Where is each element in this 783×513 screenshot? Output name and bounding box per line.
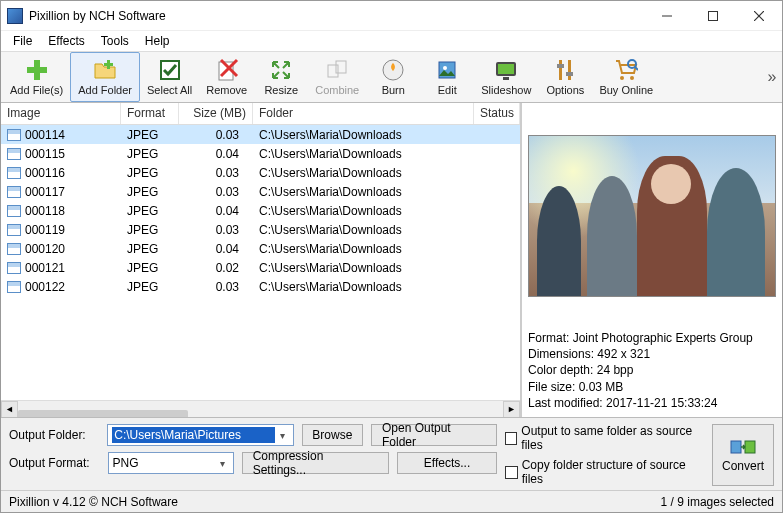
slideshow-button[interactable]: Slideshow (474, 52, 538, 102)
file-folder: C:\Users\Maria\Downloads (253, 128, 474, 142)
file-folder: C:\Users\Maria\Downloads (253, 147, 474, 161)
scrollbar-thumb[interactable] (18, 410, 188, 417)
svg-rect-19 (503, 77, 509, 80)
toolbar-overflow[interactable]: » (764, 68, 780, 86)
image-file-icon (7, 205, 21, 217)
image-file-icon (7, 186, 21, 198)
effects-button[interactable]: Effects... (397, 452, 497, 474)
burn-button[interactable]: Burn (366, 52, 420, 102)
col-format[interactable]: Format (121, 103, 179, 124)
combine-icon (325, 58, 349, 82)
scroll-left-arrow[interactable]: ◄ (1, 401, 18, 418)
preview-panel: Format: Joint Photographic Experts Group… (522, 103, 782, 417)
file-format: JPEG (121, 128, 179, 142)
buy-online-button[interactable]: Buy Online (592, 52, 660, 102)
maximize-button[interactable] (690, 1, 736, 31)
file-size: 0.03 (179, 223, 253, 237)
compression-settings-button[interactable]: Compression Settings... (242, 452, 389, 474)
remove-button[interactable]: Remove (199, 52, 254, 102)
scroll-right-arrow[interactable]: ► (503, 401, 520, 418)
image-file-icon (7, 262, 21, 274)
file-format: JPEG (121, 147, 179, 161)
horizontal-scrollbar[interactable]: ◄ ► (1, 400, 520, 417)
table-row[interactable]: 000116JPEG0.03C:\Users\Maria\Downloads (1, 163, 520, 182)
close-button[interactable] (736, 1, 782, 31)
info-format: Format: Joint Photographic Experts Group (528, 330, 776, 346)
table-row[interactable]: 000117JPEG0.03C:\Users\Maria\Downloads (1, 182, 520, 201)
file-size: 0.04 (179, 204, 253, 218)
file-format: JPEG (121, 204, 179, 218)
col-size[interactable]: Size (MB) (179, 103, 253, 124)
file-size: 0.03 (179, 166, 253, 180)
table-row[interactable]: 000120JPEG0.04C:\Users\Maria\Downloads (1, 239, 520, 258)
info-dimensions: Dimensions: 492 x 321 (528, 346, 776, 362)
resize-button[interactable]: Resize (254, 52, 308, 102)
minimize-button[interactable] (644, 1, 690, 31)
image-file-icon (7, 243, 21, 255)
convert-button[interactable]: Convert (712, 424, 774, 486)
file-size: 0.04 (179, 147, 253, 161)
svg-rect-5 (27, 67, 47, 73)
output-folder-value: C:\Users\Maria\Pictures (112, 427, 275, 443)
slideshow-icon (494, 58, 518, 82)
file-format: JPEG (121, 223, 179, 237)
status-selection: 1 / 9 images selected (661, 495, 774, 509)
output-format-combo[interactable]: PNG ▾ (108, 452, 234, 474)
open-output-folder-button[interactable]: Open Output Folder (371, 424, 497, 446)
browse-button[interactable]: Browse (302, 424, 363, 446)
svg-rect-18 (498, 64, 514, 74)
col-image[interactable]: Image (1, 103, 121, 124)
table-row[interactable]: 000115JPEG0.04C:\Users\Maria\Downloads (1, 144, 520, 163)
svg-rect-22 (557, 64, 564, 68)
burn-icon (381, 58, 405, 82)
col-folder[interactable]: Folder (253, 103, 474, 124)
remove-icon (215, 58, 239, 82)
svg-rect-21 (568, 60, 571, 80)
file-format: JPEG (121, 185, 179, 199)
file-folder: C:\Users\Maria\Downloads (253, 223, 474, 237)
output-folder-combo[interactable]: C:\Users\Maria\Pictures ▾ (107, 424, 294, 446)
col-status[interactable]: Status (474, 103, 520, 124)
table-row[interactable]: 000114JPEG0.03C:\Users\Maria\Downloads (1, 125, 520, 144)
info-color-depth: Color depth: 24 bpp (528, 362, 776, 378)
checkbox-icon (505, 466, 518, 479)
file-folder: C:\Users\Maria\Downloads (253, 166, 474, 180)
chevron-down-icon: ▾ (275, 430, 291, 441)
svg-rect-29 (745, 441, 755, 453)
image-file-icon (7, 281, 21, 293)
table-row[interactable]: 000122JPEG0.03C:\Users\Maria\Downloads (1, 277, 520, 296)
convert-icon (730, 437, 756, 457)
table-row[interactable]: 000119JPEG0.03C:\Users\Maria\Downloads (1, 220, 520, 239)
plus-icon (25, 58, 49, 82)
table-row[interactable]: 000118JPEG0.04C:\Users\Maria\Downloads (1, 201, 520, 220)
toolbar: Add File(s) Add Folder Select All Remove… (1, 51, 782, 103)
file-name: 000117 (25, 185, 65, 199)
menu-effects[interactable]: Effects (40, 32, 92, 50)
menu-tools[interactable]: Tools (93, 32, 137, 50)
file-format: JPEG (121, 166, 179, 180)
file-size: 0.03 (179, 128, 253, 142)
copy-folder-structure-checkbox[interactable]: Copy folder structure of source files (505, 458, 704, 486)
file-name: 000121 (25, 261, 65, 275)
add-files-button[interactable]: Add File(s) (3, 52, 70, 102)
cart-icon (614, 58, 638, 82)
menu-help[interactable]: Help (137, 32, 178, 50)
edit-icon (435, 58, 459, 82)
add-folder-button[interactable]: Add Folder (70, 52, 140, 102)
edit-button[interactable]: Edit (420, 52, 474, 102)
svg-rect-28 (731, 441, 741, 453)
svg-rect-23 (566, 72, 573, 76)
menu-file[interactable]: File (5, 32, 40, 50)
select-all-button[interactable]: Select All (140, 52, 199, 102)
folder-plus-icon (93, 58, 117, 82)
output-same-folder-checkbox[interactable]: Output to same folder as source files (505, 424, 704, 452)
file-name: 000122 (25, 280, 65, 294)
file-list[interactable]: 000114JPEG0.03C:\Users\Maria\Downloads00… (1, 125, 520, 400)
info-last-modified: Last modified: 2017-11-21 15:33:24 (528, 395, 776, 411)
table-row[interactable]: 000121JPEG0.02C:\Users\Maria\Downloads (1, 258, 520, 277)
info-file-size: File size: 0.03 MB (528, 379, 776, 395)
output-folder-label: Output Folder: (9, 428, 99, 442)
select-all-icon (158, 58, 182, 82)
combine-button: Combine (308, 52, 366, 102)
options-button[interactable]: Options (538, 52, 592, 102)
